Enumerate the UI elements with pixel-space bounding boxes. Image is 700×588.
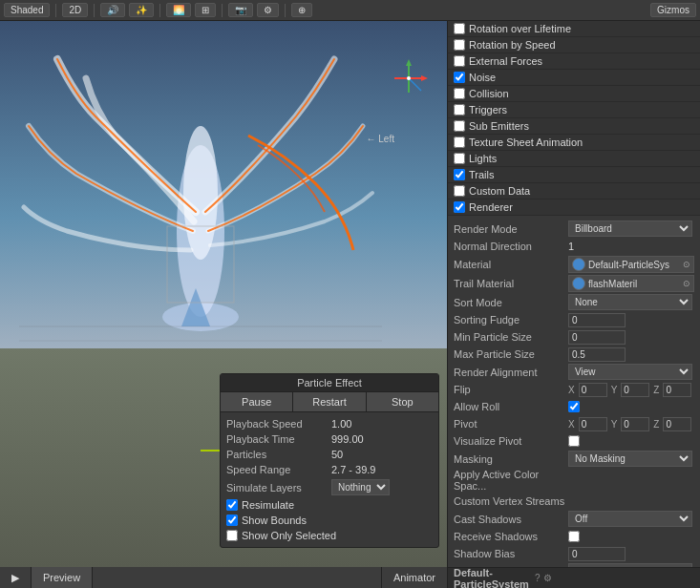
sky-icon[interactable]: 🌅 xyxy=(166,3,191,17)
particle-panel-title: Particle Effect xyxy=(221,374,438,392)
render-alignment-dropdown[interactable]: View xyxy=(568,364,692,380)
normal-direction-label: Normal Direction xyxy=(454,241,568,252)
visualize-pivot-checkbox[interactable] xyxy=(568,435,580,447)
normal-direction-value[interactable]: 1 xyxy=(568,241,694,252)
bottom-info-bar: Default-ParticleSystem ? ⚙ xyxy=(447,567,700,588)
masking-dropdown[interactable]: No Masking xyxy=(568,451,692,467)
shadow-bias-input[interactable] xyxy=(568,547,626,561)
section-custom-data-checkbox[interactable] xyxy=(454,185,465,197)
animator-tab[interactable]: Animator xyxy=(381,567,447,588)
settings-icon[interactable]: ⚙ xyxy=(257,3,279,17)
flip-y-input[interactable] xyxy=(621,383,649,397)
settings-small-icon[interactable]: ⚙ xyxy=(543,573,552,583)
resimulate-row: Resimulate xyxy=(226,497,433,513)
help-icon[interactable]: ? xyxy=(535,573,541,583)
axis-svg xyxy=(385,54,433,102)
flip-row: Flip X Y Z xyxy=(454,381,694,398)
section-collision-label: Collision xyxy=(469,88,694,99)
grid-icon[interactable]: ⊞ xyxy=(195,3,216,17)
camera-icon[interactable]: 📷 xyxy=(228,3,253,17)
section-noise-checkbox[interactable] xyxy=(454,72,465,83)
resimulate-checkbox[interactable] xyxy=(226,499,238,511)
allow-roll-checkbox[interactable] xyxy=(568,401,580,412)
min-particle-size-input[interactable] xyxy=(568,330,626,345)
pivot-x-input[interactable] xyxy=(579,417,607,431)
simulate-layers-label: Simulate Layers xyxy=(226,482,331,494)
toolbar-separator-1 xyxy=(55,4,56,17)
effects-icon[interactable]: ✨ xyxy=(129,3,154,17)
section-texture-sheet[interactable]: Texture Sheet Animation xyxy=(448,135,700,151)
playback-speed-value[interactable]: 1.00 xyxy=(331,418,433,430)
gizmos-button[interactable]: Gizmos xyxy=(650,3,696,17)
pivot-y-input[interactable] xyxy=(621,417,649,431)
playback-speed-label: Playback Speed xyxy=(226,418,331,430)
trail-material-value[interactable]: flashMateril ⊙ xyxy=(568,275,694,292)
material-target-icon[interactable]: ⊙ xyxy=(683,260,690,269)
flip-z-input[interactable] xyxy=(663,383,691,397)
trail-material-target-icon[interactable]: ⊙ xyxy=(683,279,690,288)
material-value[interactable]: Default-ParticleSys ⊙ xyxy=(568,256,694,273)
section-external-forces-checkbox[interactable] xyxy=(454,55,465,67)
playback-time-label: Playback Time xyxy=(226,433,331,445)
view-2d-toggle[interactable]: 2D xyxy=(62,3,88,17)
particles-row: Particles 50 xyxy=(226,447,433,462)
section-renderer-checkbox[interactable] xyxy=(454,201,465,213)
show-bounds-checkbox[interactable] xyxy=(226,514,238,526)
flip-x-label: X xyxy=(568,385,575,395)
flip-y-label: Y xyxy=(611,385,618,395)
show-only-selected-checkbox[interactable] xyxy=(226,530,238,541)
playback-time-value[interactable]: 999.00 xyxy=(331,433,433,445)
flip-xyz-group: X Y Z xyxy=(568,383,691,397)
toolbar-separator-4 xyxy=(222,4,223,17)
section-noise[interactable]: Noise xyxy=(448,70,700,86)
pivot-row: Pivot X Y Z xyxy=(454,415,694,432)
material-label: Material xyxy=(454,259,568,270)
pivot-z-input[interactable] xyxy=(663,417,691,431)
cast-shadows-dropdown[interactable]: Off xyxy=(568,511,692,527)
section-external-forces[interactable]: External Forces xyxy=(448,53,700,70)
sorting-fudge-input[interactable] xyxy=(568,313,626,327)
trail-material-label: Trail Material xyxy=(454,278,568,289)
allow-roll-row: Allow Roll xyxy=(454,398,694,415)
preview-tab[interactable]: Preview xyxy=(32,567,93,588)
play-tab[interactable]: ▶ xyxy=(0,567,32,588)
section-collision-checkbox[interactable] xyxy=(454,88,465,99)
particle-panel-rows: Playback Speed 1.00 Playback Time 999.00… xyxy=(221,412,438,547)
shading-mode-dropdown[interactable]: Shaded xyxy=(4,3,50,17)
restart-button[interactable]: Restart xyxy=(293,392,366,411)
section-custom-data-label: Custom Data xyxy=(469,185,694,197)
viewport[interactable]: ← Left Particle Effect Pause Restart Sto… xyxy=(0,21,447,567)
apply-color-label: Apply Active Color Spac... xyxy=(454,469,568,492)
section-collision[interactable]: Collision xyxy=(448,86,700,102)
flip-x-input[interactable] xyxy=(579,383,607,397)
section-rotation-lifetime-checkbox[interactable] xyxy=(454,23,465,34)
normal-direction-row: Normal Direction 1 xyxy=(454,238,694,255)
pivot-xyz-group: X Y Z xyxy=(568,417,691,431)
section-trails-checkbox[interactable] xyxy=(454,169,465,180)
section-custom-data[interactable]: Custom Data xyxy=(448,183,700,200)
audio-icon[interactable]: 🔊 xyxy=(100,3,125,17)
pause-button[interactable]: Pause xyxy=(221,392,293,411)
section-triggers-checkbox[interactable] xyxy=(454,104,465,116)
section-lights-checkbox[interactable] xyxy=(454,153,465,164)
section-rotation-speed-checkbox[interactable] xyxy=(454,39,465,51)
shadow-bias-row: Shadow Bias xyxy=(454,545,694,562)
max-particle-size-input[interactable] xyxy=(568,347,626,362)
section-lights[interactable]: Lights xyxy=(448,151,700,167)
transform-icon[interactable]: ⊕ xyxy=(291,3,312,17)
section-triggers[interactable]: Triggers xyxy=(448,102,700,118)
receive-shadows-checkbox[interactable] xyxy=(568,531,580,542)
section-trails[interactable]: Trails xyxy=(448,167,700,183)
allow-roll-label: Allow Roll xyxy=(454,401,568,412)
section-rotation-speed[interactable]: Rotation by Speed xyxy=(448,37,700,53)
section-sub-emitters[interactable]: Sub Emitters xyxy=(448,118,700,135)
section-rotation-lifetime-label: Rotation over Lifetime xyxy=(469,23,694,34)
section-texture-sheet-checkbox[interactable] xyxy=(454,136,465,148)
section-sub-emitters-checkbox[interactable] xyxy=(454,120,465,132)
stop-button[interactable]: Stop xyxy=(367,392,438,411)
simulate-layers-select[interactable]: Nothing xyxy=(331,479,390,495)
sort-mode-dropdown[interactable]: None xyxy=(568,294,692,310)
section-rotation-lifetime[interactable]: Rotation over Lifetime xyxy=(448,21,700,37)
section-renderer[interactable]: Renderer xyxy=(448,200,700,216)
render-mode-dropdown[interactable]: Billboard xyxy=(568,220,692,237)
